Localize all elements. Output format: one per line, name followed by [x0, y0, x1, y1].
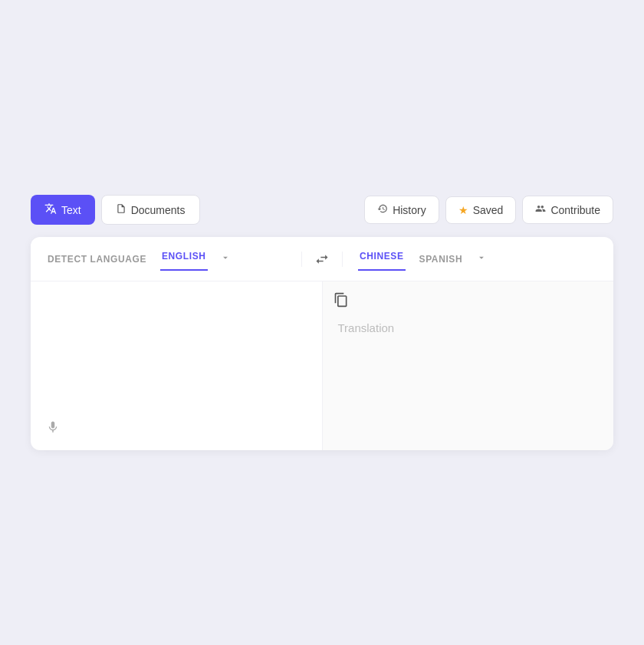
contribute-button[interactable]: Contribute: [522, 196, 613, 224]
target-lang-dropdown[interactable]: [476, 252, 487, 265]
copy-translation-button[interactable]: [334, 292, 349, 311]
chevron-down-icon: [476, 252, 487, 265]
toolbar: Text Documents History: [31, 195, 613, 225]
translation-card: DETECT LANGUAGE ENGLISH CHINESE SPANISH: [31, 237, 613, 450]
history-icon: [377, 203, 388, 216]
main-container: Text Documents History: [31, 195, 613, 450]
text-areas: Translation: [31, 281, 613, 450]
source-lang-section: DETECT LANGUAGE ENGLISH: [31, 237, 301, 281]
target-lang-section: CHINESE SPANISH: [343, 237, 613, 281]
toolbar-left: Text Documents: [31, 195, 200, 225]
source-text-panel: [31, 281, 323, 450]
translation-placeholder: Translation: [338, 321, 395, 334]
chinese-language-option[interactable]: CHINESE: [358, 248, 406, 271]
swap-languages-button[interactable]: [301, 252, 343, 267]
star-icon: ★: [458, 204, 468, 216]
tab-text[interactable]: Text: [31, 195, 95, 225]
toolbar-right: History ★ Saved Contribute: [364, 196, 613, 224]
tab-documents[interactable]: Documents: [101, 195, 200, 225]
source-text-input[interactable]: [46, 297, 307, 420]
people-icon: [535, 203, 546, 216]
microphone-button[interactable]: [46, 420, 60, 438]
saved-button[interactable]: ★ Saved: [445, 196, 517, 224]
translate-icon: [44, 202, 57, 217]
contribute-label: Contribute: [550, 204, 600, 216]
history-label: History: [393, 204, 426, 216]
history-button[interactable]: History: [364, 196, 439, 224]
tab-documents-label: Documents: [131, 204, 186, 216]
document-icon: [116, 203, 127, 216]
detect-language-option[interactable]: DETECT LANGUAGE: [46, 251, 148, 268]
english-language-option[interactable]: ENGLISH: [160, 248, 208, 271]
spanish-language-option[interactable]: SPANISH: [418, 251, 465, 268]
source-lang-dropdown[interactable]: [220, 252, 231, 265]
language-bar: DETECT LANGUAGE ENGLISH CHINESE SPANISH: [31, 237, 613, 281]
tab-text-label: Text: [61, 204, 81, 216]
target-text-panel: Translation: [323, 281, 614, 450]
chevron-down-icon: [220, 252, 231, 265]
saved-label: Saved: [473, 204, 504, 216]
